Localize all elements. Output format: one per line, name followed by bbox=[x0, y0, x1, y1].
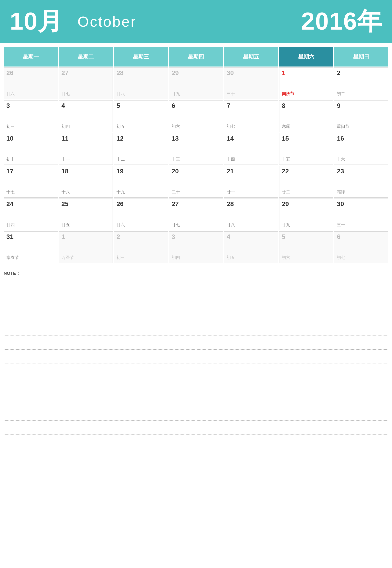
cell-lunar: 二十 bbox=[172, 189, 180, 195]
cell-lunar: 初七 bbox=[227, 124, 235, 129]
day-header-6: 星期日 bbox=[334, 47, 388, 66]
day-header-0: 星期一 bbox=[4, 47, 58, 66]
cal-cell-w3c3: 20二十 bbox=[169, 166, 223, 197]
note-line-13 bbox=[4, 463, 388, 477]
cal-cell-w4c4: 28廿八 bbox=[224, 198, 278, 230]
note-line-5 bbox=[4, 350, 388, 364]
note-line-11 bbox=[4, 435, 388, 449]
month-cn: 10月 bbox=[10, 5, 63, 38]
cell-date: 23 bbox=[337, 167, 344, 175]
cell-date: 1 bbox=[62, 233, 65, 240]
cell-lunar: 十二 bbox=[116, 156, 125, 162]
cell-lunar: 十一 bbox=[62, 156, 70, 162]
cal-cell-w1c0: 3初三 bbox=[4, 100, 58, 132]
cell-lunar: 廿六 bbox=[6, 91, 15, 97]
cell-lunar: 霜降 bbox=[337, 189, 345, 195]
cal-cell-w3c0: 17十七 bbox=[4, 166, 58, 197]
cal-cell-w4c6: 30三十 bbox=[334, 198, 388, 230]
cell-date: 17 bbox=[6, 167, 14, 175]
cell-date: 3 bbox=[172, 233, 175, 240]
cell-date: 28 bbox=[227, 200, 234, 208]
cell-date: 26 bbox=[116, 200, 124, 208]
cal-cell-w2c1: 11十一 bbox=[59, 133, 113, 165]
cal-cell-w5c3: 3初四 bbox=[169, 231, 223, 263]
cell-lunar: 十六 bbox=[337, 156, 345, 162]
cell-date: 27 bbox=[172, 200, 179, 208]
calendar-header: 10月 October 2016年 bbox=[0, 0, 392, 43]
cal-cell-w0c1: 27廿七 bbox=[59, 67, 113, 99]
cell-lunar: 三十 bbox=[227, 91, 235, 97]
cell-lunar: 初十 bbox=[6, 156, 15, 162]
cell-date: 30 bbox=[227, 69, 234, 76]
cal-cell-w2c0: 10初十 bbox=[4, 133, 58, 165]
note-line-2 bbox=[4, 307, 388, 321]
note-line-1 bbox=[4, 293, 388, 307]
cell-lunar: 初四 bbox=[172, 255, 180, 260]
cal-cell-w0c2: 28廿八 bbox=[114, 67, 168, 99]
cell-date: 6 bbox=[337, 233, 340, 240]
note-line-0 bbox=[4, 279, 388, 293]
cell-date: 18 bbox=[62, 167, 69, 175]
cal-cell-w3c6: 23霜降 bbox=[334, 166, 388, 197]
cell-date: 15 bbox=[282, 135, 289, 142]
day-header-2: 星期三 bbox=[114, 47, 168, 66]
cal-cell-w3c4: 21廿一 bbox=[224, 166, 278, 197]
cal-cell-w1c6: 9重阳节 bbox=[334, 100, 388, 132]
note-line-6 bbox=[4, 364, 388, 378]
cell-lunar: 十三 bbox=[172, 156, 180, 162]
cal-cell-w1c2: 5初五 bbox=[114, 100, 168, 132]
cell-lunar: 十九 bbox=[116, 189, 125, 195]
note-line-4 bbox=[4, 335, 388, 350]
cell-date: 2 bbox=[337, 69, 340, 76]
cell-date: 29 bbox=[282, 200, 289, 208]
cell-date: 4 bbox=[62, 102, 65, 109]
cell-lunar: 初六 bbox=[282, 255, 290, 260]
day-headers: 星期一星期二星期三星期四星期五星期六星期日 bbox=[4, 47, 388, 66]
cell-lunar: 初三 bbox=[116, 255, 125, 260]
cell-date: 1 bbox=[282, 69, 285, 76]
cal-cell-w4c5: 29廿九 bbox=[279, 198, 333, 230]
cell-lunar: 廿一 bbox=[227, 189, 235, 195]
cell-date: 22 bbox=[282, 167, 289, 175]
year: 2016年 bbox=[301, 5, 382, 38]
day-header-4: 星期五 bbox=[224, 47, 278, 66]
cal-cell-w4c1: 25廿五 bbox=[59, 198, 113, 230]
cell-lunar: 十四 bbox=[227, 156, 235, 162]
cell-date: 20 bbox=[172, 167, 179, 175]
cal-cell-w1c3: 6初六 bbox=[169, 100, 223, 132]
cell-lunar: 十八 bbox=[62, 189, 70, 195]
cell-date: 4 bbox=[227, 233, 230, 240]
cal-cell-w5c4: 4初五 bbox=[224, 231, 278, 263]
day-header-5: 星期六 bbox=[279, 47, 333, 66]
cal-cell-w3c2: 19十九 bbox=[114, 166, 168, 197]
cell-date: 2 bbox=[116, 233, 120, 240]
note-lines bbox=[4, 279, 388, 477]
note-line-7 bbox=[4, 378, 388, 392]
cal-cell-w2c6: 16十六 bbox=[334, 133, 388, 165]
cal-cell-w0c5: 1国庆节 bbox=[279, 67, 333, 99]
cal-cell-w3c5: 22廿二 bbox=[279, 166, 333, 197]
cell-date: 10 bbox=[6, 135, 14, 142]
cell-date: 3 bbox=[6, 102, 10, 109]
cell-lunar: 廿八 bbox=[116, 91, 125, 97]
cal-cell-w4c3: 27廿七 bbox=[169, 198, 223, 230]
cell-date: 21 bbox=[227, 167, 234, 175]
cal-cell-w1c1: 4初四 bbox=[59, 100, 113, 132]
cell-date: 27 bbox=[62, 69, 69, 76]
cell-date: 11 bbox=[62, 135, 69, 142]
cell-lunar: 初五 bbox=[227, 255, 235, 260]
cell-lunar: 廿九 bbox=[282, 222, 290, 228]
note-label: NOTE： bbox=[4, 270, 388, 276]
note-line-12 bbox=[4, 449, 388, 463]
cal-cell-w2c4: 14十四 bbox=[224, 133, 278, 165]
cal-cell-w4c2: 26廿六 bbox=[114, 198, 168, 230]
cell-date: 30 bbox=[337, 200, 344, 208]
cell-date: 26 bbox=[6, 69, 14, 76]
note-line-10 bbox=[4, 420, 388, 435]
cell-date: 13 bbox=[172, 135, 179, 142]
note-line-8 bbox=[4, 392, 388, 406]
cal-cell-w1c4: 7初七 bbox=[224, 100, 278, 132]
cell-lunar: 初六 bbox=[172, 124, 180, 129]
cell-lunar: 万圣节 bbox=[62, 255, 74, 260]
cal-cell-w2c2: 12十二 bbox=[114, 133, 168, 165]
